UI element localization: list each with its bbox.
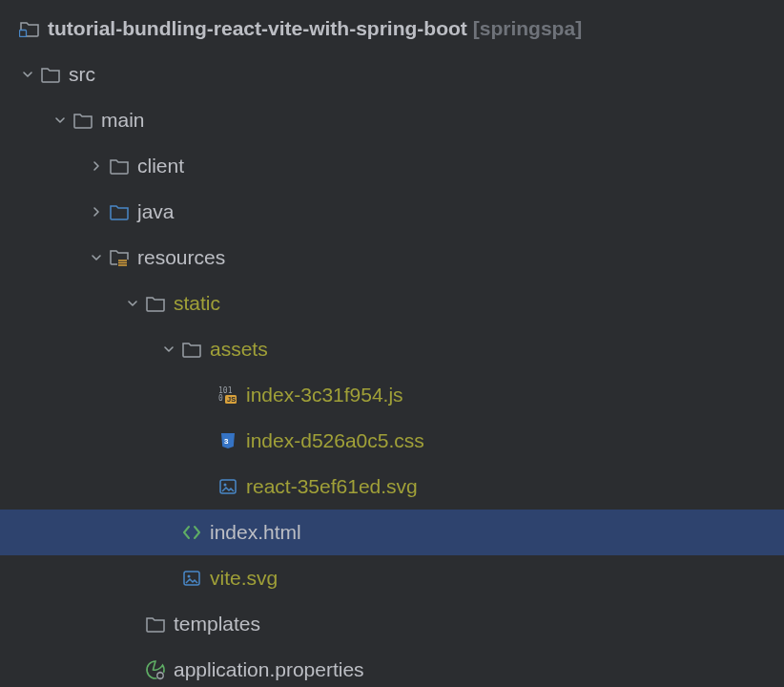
chevron-right-icon[interactable] xyxy=(86,159,107,173)
file-label: index.html xyxy=(210,521,301,544)
svg-text:0: 0 xyxy=(218,394,223,403)
chevron-right-icon[interactable] xyxy=(86,205,107,219)
folder-label: templates xyxy=(174,613,260,635)
svg-point-10 xyxy=(188,575,191,578)
svg-point-8 xyxy=(224,484,227,487)
file-label: index-d526a0c5.css xyxy=(246,429,424,452)
tree-row-main[interactable]: main xyxy=(0,97,784,143)
folder-icon xyxy=(143,295,168,312)
tree-row-index-html[interactable]: index.html xyxy=(0,510,784,555)
folder-label: resources xyxy=(137,246,225,269)
tree-row-index-js[interactable]: 1010JS index-3c31f954.js xyxy=(0,372,784,418)
tree-row-static[interactable]: static xyxy=(0,281,784,326)
tree-row-client[interactable]: client xyxy=(0,143,784,189)
folder-label: static xyxy=(174,292,220,315)
tree-row-index-css[interactable]: 3 index-d526a0c5.css xyxy=(0,418,784,464)
tree-row-src[interactable]: src xyxy=(0,52,784,97)
svg-text:JS: JS xyxy=(227,395,236,404)
module-folder-icon xyxy=(17,20,42,37)
image-file-icon xyxy=(179,569,204,588)
tree-row-resources[interactable]: resources xyxy=(0,235,784,281)
folder-label: java xyxy=(137,200,175,223)
root-module-name: tutorial-bundling-react-vite-with-spring… xyxy=(48,17,467,40)
chevron-down-icon[interactable] xyxy=(122,297,143,310)
file-label: react-35ef61ed.svg xyxy=(246,475,418,498)
svg-rect-0 xyxy=(20,31,27,37)
resources-folder-icon xyxy=(107,248,132,267)
tree-row-vite-svg[interactable]: vite.svg xyxy=(0,555,784,601)
folder-label: main xyxy=(101,109,145,132)
root-module-suffix: [springspa] xyxy=(473,17,582,40)
chevron-down-icon[interactable] xyxy=(158,343,179,356)
css-file-icon: 3 xyxy=(216,431,240,450)
chevron-down-icon[interactable] xyxy=(86,251,107,264)
file-label: application.properties xyxy=(174,658,364,681)
folder-label: assets xyxy=(210,338,268,361)
folder-label: src xyxy=(69,63,95,86)
folder-icon xyxy=(143,615,168,633)
spring-config-icon xyxy=(143,659,168,680)
tree-row-assets[interactable]: assets xyxy=(0,326,784,372)
image-file-icon xyxy=(216,477,240,496)
file-label: vite.svg xyxy=(210,567,278,590)
folder-icon xyxy=(107,157,132,175)
tree-row-app-properties[interactable]: application.properties xyxy=(0,647,784,687)
file-label: index-3c31f954.js xyxy=(246,384,403,406)
folder-label: client xyxy=(137,155,184,177)
tree-row-java[interactable]: java xyxy=(0,189,784,235)
folder-icon xyxy=(71,112,95,129)
html-file-icon xyxy=(179,523,204,542)
js-file-icon: 1010JS xyxy=(216,385,240,405)
chevron-down-icon[interactable] xyxy=(17,68,38,81)
tree-row-root[interactable]: tutorial-bundling-react-vite-with-spring… xyxy=(0,6,784,52)
folder-icon xyxy=(38,66,63,83)
folder-icon xyxy=(179,341,204,358)
source-folder-icon xyxy=(107,203,132,220)
tree-row-react-svg[interactable]: react-35ef61ed.svg xyxy=(0,464,784,510)
tree-row-templates[interactable]: templates xyxy=(0,601,784,647)
chevron-down-icon[interactable] xyxy=(50,114,71,127)
svg-text:3: 3 xyxy=(224,437,229,446)
